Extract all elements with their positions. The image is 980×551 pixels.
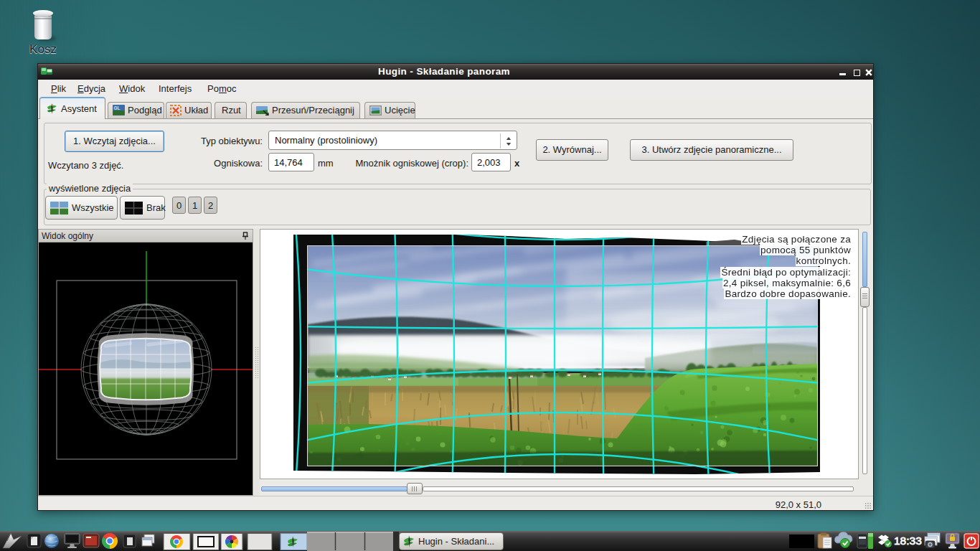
svg-text:18:33: 18:33 (894, 534, 922, 547)
svg-text:GL: GL (114, 105, 121, 110)
